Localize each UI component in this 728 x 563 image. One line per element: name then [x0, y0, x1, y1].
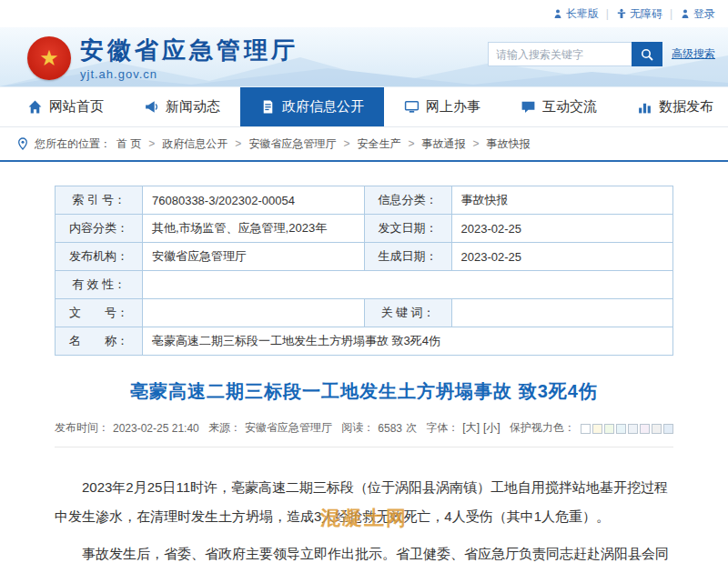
protect-color-square[interactable] — [604, 424, 614, 434]
breadcrumb-separator: > — [235, 137, 241, 150]
protect-color-square[interactable] — [581, 424, 591, 434]
content-category-label: 内容分类： — [56, 215, 143, 243]
breadcrumb-separator: > — [148, 137, 155, 150]
site-name: 安徽省应急管理厅 — [80, 35, 298, 66]
nav-item-interaction[interactable]: 互动交流 — [500, 87, 617, 126]
article-paragraph: 2023年2月25日11时许，亳蒙高速二期三标段（位于涡阳县涡南镇）工地自用搅拌… — [55, 473, 673, 530]
accessibility-link[interactable]: 无障碍 — [616, 6, 662, 22]
main-content: 索 引 号： 76080338-3/202302-00054 信息分类： 事故快… — [18, 162, 710, 563]
views-unit: 次 — [406, 420, 417, 436]
issuing-agency-label: 发布机构： — [56, 243, 143, 271]
doc-name-label: 名 称： — [56, 327, 143, 356]
nav-item-home[interactable]: 网站首页 — [7, 87, 124, 126]
font-smaller-button[interactable]: [小] — [483, 420, 500, 436]
generate-date-label: 生成日期： — [364, 243, 451, 271]
national-emblem: ★ — [27, 36, 71, 80]
site-header: ★ 安徽省应急管理厅 yjt.ah.gov.cn 高级搜索 — [0, 27, 728, 87]
home-icon — [27, 99, 43, 115]
issue-date-label: 发文日期： — [364, 215, 451, 243]
nav-label: 数据发布 — [659, 98, 713, 116]
source-value: 安徽省应急管理厅 — [245, 420, 332, 436]
nav-label: 互动交流 — [542, 98, 597, 116]
nav-item-online-service[interactable]: 网上办事 — [384, 87, 500, 126]
validity-value — [143, 271, 673, 299]
nav-label: 政府信息公开 — [282, 98, 364, 116]
table-row: 文 号： 关 键 词： — [56, 299, 673, 327]
nav-item-gov-info[interactable]: 政府信息公开 — [240, 87, 384, 126]
elder-icon — [552, 8, 563, 19]
article-paragraph: 事故发生后，省委、省政府主要领导立即作出批示。省卫健委、省应急厅负责同志赶赴涡阳… — [55, 539, 673, 563]
font-larger-button[interactable]: [大] — [462, 420, 480, 436]
views-count: 6583 — [378, 422, 402, 435]
index-number-label: 索 引 号： — [56, 186, 143, 215]
breadcrumb-home[interactable]: 首 页 — [116, 136, 141, 152]
doc-name-value: 亳蒙高速二期三标段一工地发生土方坍塌事故 致3死4伤 — [143, 327, 673, 356]
breadcrumb-safety[interactable]: 安全生产 — [357, 136, 400, 152]
login-label: 登录 — [693, 6, 715, 22]
content-category-value: 其他,市场监管、应急管理,2023年 — [143, 215, 365, 243]
elder-version-link[interactable]: 长辈版 — [552, 6, 599, 22]
nav-label: 网站首页 — [49, 98, 104, 116]
source-label: 来源： — [208, 420, 241, 436]
search-icon — [640, 47, 654, 62]
advanced-search-link[interactable]: 高级搜索 — [672, 46, 715, 62]
chat-bubble-icon — [521, 99, 536, 115]
keyword-label: 关 键 词： — [364, 299, 451, 327]
protect-color-square[interactable] — [640, 424, 650, 434]
breadcrumb-gov-info[interactable]: 政府信息公开 — [162, 136, 228, 152]
table-row: 发布机构： 安徽省应急管理厅 生成日期： 2023-02-25 — [56, 243, 673, 271]
info-category-value: 事故快报 — [451, 186, 673, 215]
generate-date-value: 2023-02-25 — [451, 243, 673, 271]
topbar-separator: | — [606, 7, 609, 20]
breadcrumb-separator: > — [408, 137, 414, 150]
doc-number-label: 文 号： — [56, 299, 143, 327]
protect-color-square[interactable] — [616, 424, 626, 434]
protect-color-square[interactable] — [592, 424, 602, 434]
nav-label: 新闻动态 — [166, 98, 220, 116]
page: 长辈版 | 无障碍 | 登录 ★ 安徽省应急管理厅 yjt.ah.gov.cn — [0, 0, 728, 563]
location-pin-icon — [16, 137, 29, 150]
breadcrumb-department[interactable]: 安徽省应急管理厅 — [248, 136, 336, 152]
search-input[interactable] — [488, 42, 632, 66]
breadcrumb: 您所在的位置： 首 页 > 政府信息公开 > 安徽省应急管理厅 > 安全生产 >… — [0, 127, 728, 162]
login-icon — [680, 8, 691, 19]
document-icon — [260, 99, 276, 115]
table-row: 内容分类： 其他,市场监管、应急管理,2023年 发文日期： 2023-02-2… — [56, 215, 673, 243]
breadcrumb-accident-bulletin[interactable]: 事故快报 — [486, 136, 530, 152]
validity-label: 有 效 性： — [56, 271, 143, 299]
table-row: 索 引 号： 76080338-3/202302-00054 信息分类： 事故快… — [56, 186, 673, 215]
article-meta: 发布时间：2023-02-25 21:40 来源：安徽省应急管理厅 阅读：658… — [55, 420, 673, 447]
publish-time-value: 2023-02-25 21:40 — [113, 422, 199, 435]
issue-date-value: 2023-02-25 — [451, 215, 673, 243]
protect-color-square[interactable] — [628, 424, 638, 434]
search-area: 高级搜索 — [488, 42, 715, 66]
monitor-icon — [404, 99, 420, 115]
info-category-label: 信息分类： — [364, 186, 451, 215]
breadcrumb-separator: > — [472, 137, 479, 150]
article-title: 亳蒙高速二期三标段一工地发生土方坍塌事故 致3死4伤 — [55, 379, 673, 404]
site-brand: ★ 安徽省应急管理厅 yjt.ah.gov.cn — [27, 35, 298, 81]
main-nav: 网站首页 新闻动态 政府信息公开 网上办事 互动交流 数据发布 — [0, 87, 728, 127]
eye-protect-label: 保护视力色： — [510, 420, 575, 436]
accessibility-icon — [616, 8, 627, 19]
table-row: 有 效 性： — [56, 271, 673, 299]
keyword-value — [451, 299, 673, 327]
top-utility-bar: 长辈版 | 无障碍 | 登录 — [0, 0, 728, 27]
breadcrumb-prefix: 您所在的位置： — [35, 136, 111, 152]
protect-color-square[interactable] — [663, 424, 673, 434]
index-number-value: 76080338-3/202302-00054 — [143, 186, 365, 215]
topbar-separator: | — [670, 7, 672, 20]
font-size-label: 字体： — [426, 420, 459, 436]
publish-time-label: 发布时间： — [55, 420, 109, 436]
login-link[interactable]: 登录 — [680, 6, 715, 22]
protect-color-square[interactable] — [652, 424, 662, 434]
elder-version-label: 长辈版 — [566, 6, 599, 22]
breadcrumb-accident-report[interactable]: 事故通报 — [421, 136, 465, 152]
article-body: 2023年2月25日11时许，亳蒙高速二期三标段（位于涡阳县涡南镇）工地自用搅拌… — [55, 473, 673, 563]
doc-number-value — [143, 299, 365, 327]
brand-text: 安徽省应急管理厅 yjt.ah.gov.cn — [80, 35, 298, 81]
protect-color-squares — [579, 422, 673, 435]
nav-item-news[interactable]: 新闻动态 — [124, 87, 240, 126]
nav-item-data[interactable]: 数据发布 — [617, 87, 728, 126]
search-button[interactable] — [632, 42, 662, 66]
